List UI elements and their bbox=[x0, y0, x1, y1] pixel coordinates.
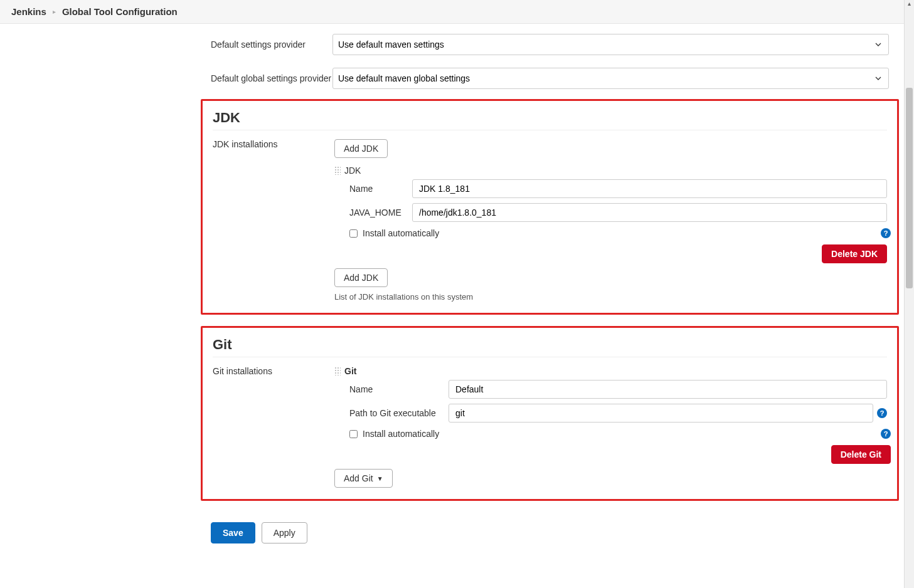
jdk-install-auto-checkbox[interactable] bbox=[349, 229, 358, 238]
scrollbar-thumb[interactable] bbox=[906, 88, 913, 288]
apply-button[interactable]: Apply bbox=[262, 522, 307, 543]
scrollbar[interactable]: ▴ bbox=[904, 0, 914, 579]
git-name-input[interactable] bbox=[449, 380, 887, 399]
git-install-auto-label: Install automatically bbox=[363, 429, 439, 439]
grip-icon[interactable] bbox=[334, 367, 341, 375]
git-path-input[interactable] bbox=[449, 404, 873, 423]
jdk-help-text: List of JDK installations on this system bbox=[334, 292, 887, 302]
breadcrumb: Jenkins ▸ Global Tool Configuration bbox=[0, 0, 914, 24]
footer-buttons: Save Apply bbox=[201, 512, 899, 554]
help-icon[interactable]: ? bbox=[881, 429, 891, 439]
default-settings-row: Default settings provider Use default ma… bbox=[201, 31, 899, 58]
help-icon[interactable]: ? bbox=[877, 408, 887, 418]
git-name-label: Name bbox=[349, 384, 437, 394]
save-button[interactable]: Save bbox=[211, 522, 255, 543]
jdk-section: JDK JDK installations Add JDK JDK Name J… bbox=[201, 99, 899, 315]
default-settings-label: Default settings provider bbox=[211, 39, 332, 50]
grip-icon[interactable] bbox=[334, 166, 341, 175]
delete-jdk-button[interactable]: Delete JDK bbox=[822, 244, 887, 263]
default-settings-select[interactable]: Use default maven settings bbox=[332, 34, 889, 55]
jdk-name-label: Name bbox=[349, 184, 412, 194]
add-jdk-button-top[interactable]: Add JDK bbox=[334, 139, 388, 158]
breadcrumb-page-link[interactable]: Global Tool Configuration bbox=[62, 6, 178, 17]
default-global-settings-row: Default global settings provider Use def… bbox=[201, 65, 899, 92]
delete-git-button[interactable]: Delete Git bbox=[831, 445, 891, 464]
jdk-tool-header: JDK bbox=[344, 165, 361, 176]
default-global-settings-label: Default global settings provider bbox=[211, 73, 332, 83]
jdk-install-auto-label: Install automatically bbox=[363, 228, 439, 238]
git-tool-block: Git Name Path to Git executable ? Instal… bbox=[334, 366, 887, 464]
add-jdk-button-bottom[interactable]: Add JDK bbox=[334, 268, 388, 287]
scroll-arrow-up-icon[interactable]: ▴ bbox=[905, 0, 914, 7]
git-installations-label: Git installations bbox=[213, 366, 334, 376]
default-global-settings-select[interactable]: Use default maven global settings bbox=[332, 68, 889, 89]
git-installations-row: Git installations Git Name Path to Git e… bbox=[213, 366, 887, 488]
git-install-auto-checkbox[interactable] bbox=[349, 430, 358, 438]
chevron-right-icon: ▸ bbox=[53, 8, 56, 15]
jdk-installations-row: JDK installations Add JDK JDK Name JAVA_… bbox=[213, 139, 887, 302]
jdk-home-input[interactable] bbox=[412, 203, 887, 222]
git-section: Git Git installations Git Name Path to G… bbox=[201, 326, 899, 501]
jdk-tool-block: JDK Name JAVA_HOME Install automatically… bbox=[334, 165, 887, 263]
breadcrumb-root-link[interactable]: Jenkins bbox=[11, 6, 46, 17]
jdk-name-input[interactable] bbox=[412, 179, 887, 198]
jdk-home-label: JAVA_HOME bbox=[349, 207, 412, 218]
caret-down-icon: ▼ bbox=[377, 475, 383, 482]
add-git-button[interactable]: Add Git ▼ bbox=[334, 469, 393, 488]
jdk-installations-label: JDK installations bbox=[213, 139, 334, 149]
git-path-label: Path to Git executable bbox=[349, 408, 449, 418]
git-tool-header: Git bbox=[344, 366, 356, 376]
git-section-title: Git bbox=[213, 337, 887, 357]
jdk-section-title: JDK bbox=[213, 110, 887, 130]
help-icon[interactable]: ? bbox=[881, 228, 891, 238]
content-area: Default settings provider Use default ma… bbox=[0, 24, 914, 579]
